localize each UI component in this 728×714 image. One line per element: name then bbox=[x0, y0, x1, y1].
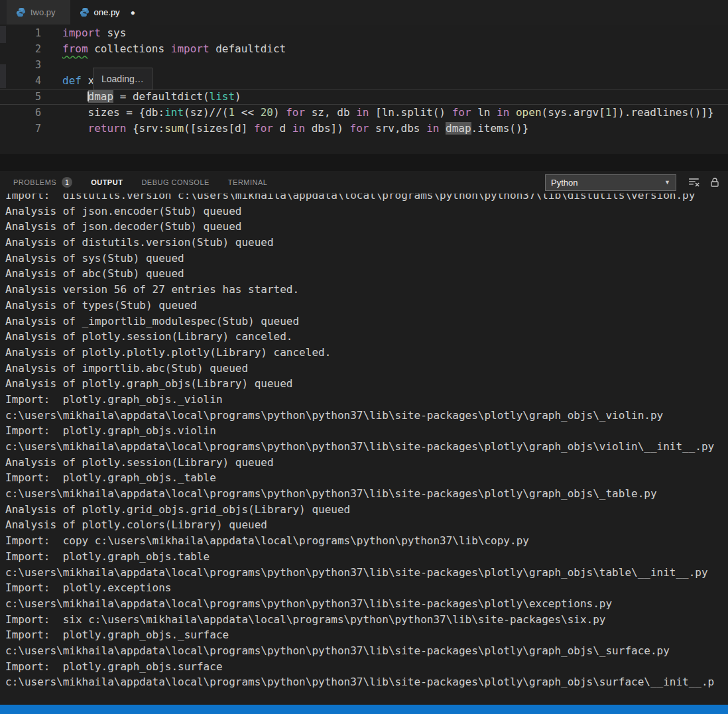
panel-tab-output[interactable]: OUTPUT bbox=[91, 178, 123, 186]
vscode-window: two.py one.py ● 1import sys2from collect… bbox=[0, 0, 728, 714]
code-token: sys bbox=[101, 27, 127, 39]
output-line: c:\users\mikhaila\appdata\local\programs… bbox=[5, 565, 728, 581]
code-token bbox=[62, 90, 88, 103]
output-line: Import: plotly.graph_objs.surface bbox=[5, 659, 728, 675]
output-line: Analysis of abc(Stub) queued bbox=[5, 266, 728, 282]
code-token bbox=[439, 122, 446, 135]
code-text: sizes = {db:int(sz)//(1 << 20) for sz, d… bbox=[41, 105, 714, 121]
code-token: ln bbox=[471, 106, 497, 119]
code-token: sz, db bbox=[305, 106, 356, 119]
code-token: in bbox=[292, 122, 305, 135]
output-line: Import: plotly.graph_objs._table bbox=[5, 470, 728, 486]
line-number[interactable]: 2 bbox=[0, 41, 41, 57]
output-channel-select[interactable]: Python ▼ bbox=[545, 174, 676, 191]
output-line: c:\users\mikhaila\appdata\local\programs… bbox=[5, 596, 728, 612]
code-text: def x bbox=[41, 73, 94, 89]
output-line: c:\users\mikhaila\appdata\local\programs… bbox=[5, 643, 728, 659]
code-token: dmap bbox=[88, 90, 114, 103]
output-line: Import: plotly.graph_objs._surface bbox=[5, 627, 728, 643]
code-token: (sz)//( bbox=[184, 106, 228, 119]
tab-bar: two.py one.py ● bbox=[0, 0, 728, 25]
code-token: sum bbox=[164, 122, 184, 135]
output-line: Import: plotly.exceptions bbox=[5, 580, 728, 596]
code-text bbox=[41, 57, 62, 73]
code-token: import bbox=[62, 27, 101, 39]
output-log[interactable]: Import: distutils.version c:\users\mikha… bbox=[0, 194, 728, 705]
code-text: import sys bbox=[41, 25, 126, 41]
code-token bbox=[509, 106, 516, 119]
output-line: c:\users\mikhaila\appdata\local\programs… bbox=[5, 486, 728, 502]
python-file-icon bbox=[80, 7, 90, 17]
activity-bar-edge bbox=[0, 0, 7, 25]
output-line: Analysis of json.encoder(Stub) queued bbox=[5, 204, 728, 219]
output-line: Analysis of plotly.grid_objs.grid_objs(L… bbox=[5, 502, 728, 518]
tab-one-py[interactable]: one.py ● bbox=[70, 0, 150, 25]
panel-tab-label: DEBUG CONSOLE bbox=[141, 178, 209, 186]
output-line: Analysis of distutils.version(Stub) queu… bbox=[5, 235, 728, 251]
code-token: from bbox=[62, 42, 88, 55]
code-token: .items()} bbox=[471, 122, 529, 135]
output-line: Import: plotly.graph_objs.table bbox=[5, 549, 728, 565]
tab-two-py[interactable]: two.py bbox=[7, 0, 70, 25]
code-line[interactable]: 7 return {srv:sum([sizes[d] for d in dbs… bbox=[0, 121, 728, 137]
code-line[interactable]: 5 dmap = defaultdict(list) bbox=[0, 89, 728, 105]
output-line: Import: plotly.graph_objs.violin bbox=[5, 423, 728, 439]
output-line: Import: copy c:\users\mikhaila\appdata\l… bbox=[5, 533, 728, 549]
line-number[interactable]: 3 bbox=[0, 57, 41, 73]
code-token: def bbox=[62, 74, 82, 87]
code-text: from collections import defaultdict bbox=[41, 41, 286, 57]
code-token: {srv: bbox=[126, 122, 164, 135]
line-number[interactable]: 4 bbox=[0, 73, 41, 89]
code-token bbox=[62, 122, 88, 135]
line-number[interactable]: 6 bbox=[0, 105, 41, 121]
code-text: dmap = defaultdict(list) bbox=[41, 89, 241, 105]
panel-tab-label: OUTPUT bbox=[91, 178, 123, 186]
output-line: c:\users\mikhaila\appdata\local\programs… bbox=[5, 674, 728, 690]
code-token: int bbox=[164, 106, 184, 119]
panel-header: PROBLEMS 1 OUTPUT DEBUG CONSOLE TERMINAL… bbox=[0, 171, 728, 194]
code-token: 1 bbox=[228, 106, 235, 119]
code-line[interactable]: 2from collections import defaultdict bbox=[0, 41, 728, 57]
clear-output-icon[interactable] bbox=[688, 176, 700, 188]
panel-tab-label: PROBLEMS bbox=[13, 178, 56, 186]
editor-pane[interactable]: 1import sys2from collections import defa… bbox=[0, 25, 728, 154]
output-channel-value: Python bbox=[551, 178, 577, 188]
code-token: return bbox=[88, 122, 127, 135]
tab-label: one.py bbox=[94, 7, 120, 17]
code-token: import bbox=[171, 42, 210, 55]
line-number[interactable]: 5 bbox=[0, 89, 41, 105]
panel-tab-terminal[interactable]: TERMINAL bbox=[228, 178, 268, 186]
output-line: Analysis of json.decoder(Stub) queued bbox=[5, 219, 728, 235]
scroll-lock-icon[interactable] bbox=[709, 177, 720, 188]
line-number[interactable]: 1 bbox=[0, 25, 41, 41]
code-token: ]).readlines()]} bbox=[611, 106, 713, 119]
output-line: Analysis of types(Stub) queued bbox=[5, 298, 728, 314]
left-rail-block bbox=[0, 64, 6, 88]
output-line: Analysis version 56 of 27 entries has st… bbox=[5, 282, 728, 298]
output-line: Analysis of importlib.abc(Stub) queued bbox=[5, 361, 728, 377]
code-token: for bbox=[350, 122, 369, 135]
modified-dot-icon[interactable]: ● bbox=[131, 9, 135, 17]
output-line: Import: distutils.version c:\users\mikha… bbox=[5, 194, 728, 204]
code-token: for bbox=[452, 106, 471, 119]
code-text: return {srv:sum([sizes[d] for d in dbs])… bbox=[41, 121, 528, 137]
output-line: Analysis of sys(Stub) queued bbox=[5, 251, 728, 267]
panel-separator[interactable] bbox=[0, 154, 728, 171]
code-token: ) bbox=[273, 106, 286, 119]
panel-tab-problems[interactable]: PROBLEMS 1 bbox=[13, 177, 72, 188]
code-token: sizes = {db: bbox=[62, 106, 164, 119]
code-token: for bbox=[286, 106, 305, 119]
left-rail-block bbox=[0, 26, 6, 43]
line-number[interactable]: 7 bbox=[0, 121, 41, 137]
code-token: dmap bbox=[446, 122, 471, 135]
code-token: = defaultdict( bbox=[113, 90, 210, 103]
status-bar bbox=[0, 705, 728, 714]
panel-tab-label: TERMINAL bbox=[228, 178, 268, 186]
output-line: Analysis of plotly.graph_objs(Library) q… bbox=[5, 376, 728, 392]
output-line: c:\users\mikhaila\appdata\local\programs… bbox=[5, 439, 728, 455]
output-line: Analysis of _importlib_modulespec(Stub) … bbox=[5, 314, 728, 329]
code-line[interactable]: 1import sys bbox=[0, 25, 728, 41]
panel-tab-debug-console[interactable]: DEBUG CONSOLE bbox=[141, 178, 209, 186]
output-line: Analysis of plotly.plotly.plotly(Library… bbox=[5, 345, 728, 361]
code-line[interactable]: 6 sizes = {db:int(sz)//(1 << 20) for sz,… bbox=[0, 105, 728, 121]
